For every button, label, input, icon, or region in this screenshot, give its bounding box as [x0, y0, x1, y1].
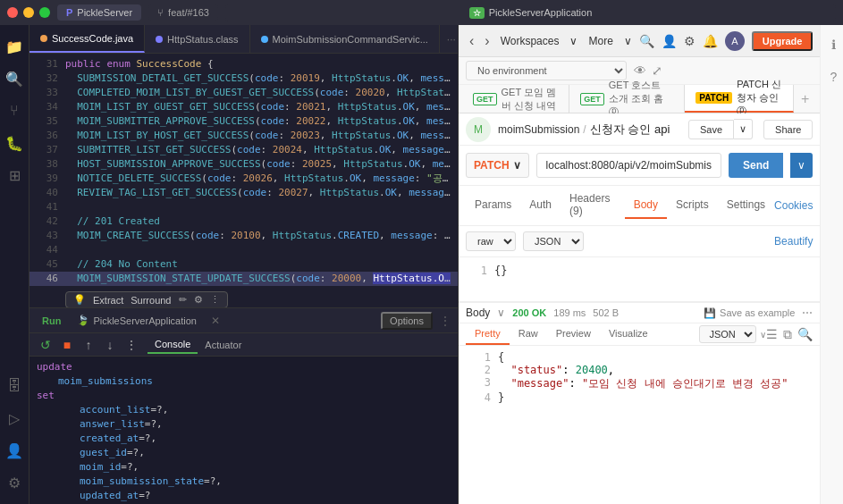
- pm-send-dropdown-btn[interactable]: ∨: [790, 153, 813, 178]
- code-line-42: 42 // 201 Created: [30, 214, 458, 229]
- pm-workspaces-label[interactable]: Workspaces: [497, 35, 563, 47]
- pm-resp-size: 502 B: [593, 307, 619, 318]
- pm-param-tab-auth[interactable]: Auth: [520, 192, 561, 219]
- pm-param-tab-headers[interactable]: Headers (9): [561, 186, 625, 225]
- pm-sidebar-info-icon[interactable]: ℹ: [821, 32, 843, 57]
- pm-resp-format-select[interactable]: JSON: [699, 325, 756, 343]
- pm-avatar-icon[interactable]: A: [725, 31, 745, 51]
- pm-save-button[interactable]: Save: [688, 120, 734, 139]
- pm-method-select[interactable]: PATCH ∨: [466, 153, 529, 178]
- pm-sidebar-question-icon[interactable]: ?: [821, 64, 843, 89]
- app-tab[interactable]: P PickleServer: [57, 4, 141, 21]
- pm-expand-icon[interactable]: ⤢: [652, 63, 662, 78]
- pm-more-dropdown-icon[interactable]: ∨: [620, 35, 636, 47]
- pm-copy-icon[interactable]: ⧉: [783, 327, 792, 342]
- pm-save-example-btn[interactable]: 💾 Save as example: [704, 307, 795, 319]
- sidebar-icon-person[interactable]: 👤: [0, 436, 29, 465]
- options-button[interactable]: Options: [381, 312, 433, 330]
- sidebar-icon-search[interactable]: 🔍: [0, 64, 29, 93]
- pm-body-editor[interactable]: 1 {}: [459, 257, 820, 302]
- pm-forward-btn[interactable]: ›: [481, 31, 493, 51]
- extract-tooltip[interactable]: 💡 Extract Surround ✏ ⚙ ⋮: [65, 291, 228, 307]
- console-tab-actuator[interactable]: Actuator: [198, 337, 249, 353]
- sidebar-icon-folder[interactable]: 📁: [0, 32, 29, 61]
- ide-tab-bar: SuccessCode.java HttpStatus.class MoimSu…: [30, 25, 458, 54]
- pm-req-tab-1[interactable]: GET GET 호스트 소개 조회 홈 ⓟ: [569, 85, 685, 113]
- sidebar-icon-extensions[interactable]: ⊞: [0, 161, 29, 189]
- pm-search-resp-icon[interactable]: 🔍: [797, 327, 813, 342]
- traffic-light-red[interactable]: [7, 7, 18, 18]
- restart-icon[interactable]: ↺: [37, 336, 55, 354]
- pm-bell-icon[interactable]: 🔔: [703, 34, 718, 48]
- stop-icon[interactable]: ■: [58, 336, 76, 354]
- pm-resp-tab-preview[interactable]: Preview: [547, 323, 600, 345]
- pm-json-select[interactable]: JSON: [523, 231, 584, 251]
- pm-nav: ‹ › Workspaces ∨ More ∨ 🔍 👤 ⚙ 🔔 A Upgrad…: [459, 25, 820, 57]
- pm-resp-tab-visualize[interactable]: Visualize: [600, 323, 657, 345]
- sidebar-icon-arrow[interactable]: ▷: [0, 404, 29, 433]
- pm-resp-more-icon[interactable]: ⋯: [802, 307, 813, 319]
- pm-back-btn[interactable]: ‹: [466, 31, 477, 51]
- pm-req-tab-label-0: GET 모임 멤버 신청 내역: [502, 86, 559, 113]
- settings-icon[interactable]: ⚙: [194, 294, 203, 306]
- pm-status-badge: 200 OK: [512, 307, 546, 318]
- code-line-31: 31 public enum SuccessCode {: [30, 57, 458, 71]
- pm-resp-format-group: JSON ∨: [699, 325, 766, 343]
- pm-param-tab-body[interactable]: Body: [625, 192, 667, 219]
- pm-raw-select[interactable]: raw: [466, 231, 516, 251]
- branch-tab[interactable]: ⑂ feat/#163: [148, 4, 218, 21]
- ide-tab-java[interactable]: SuccessCode.java: [30, 25, 145, 53]
- ide-tab-class[interactable]: HttpStatus.class: [145, 25, 249, 53]
- pm-add-tab-btn[interactable]: +: [794, 91, 816, 107]
- code-line-39: 39 NOTICE_DELETE_SUCCESS(code: 20026, Ht…: [30, 172, 458, 186]
- traffic-light-green[interactable]: [39, 7, 50, 18]
- pm-user-icon[interactable]: 👤: [662, 34, 677, 48]
- scroll-up-icon[interactable]: ↑: [80, 336, 97, 354]
- pm-beautify-btn[interactable]: Beautify: [774, 235, 813, 248]
- pm-url-input[interactable]: [536, 153, 722, 178]
- sidebar-icon-settings[interactable]: ⚙: [0, 468, 29, 497]
- pm-param-tab-params[interactable]: Params: [466, 192, 520, 219]
- scroll-down-icon[interactable]: ↓: [101, 336, 119, 354]
- ide-tab-service[interactable]: MoimSubmissionCommandServic...: [250, 25, 440, 53]
- pm-param-tab-scripts[interactable]: Scripts: [667, 192, 718, 219]
- more-controls-icon[interactable]: ⋮: [122, 336, 140, 354]
- pm-upgrade-btn[interactable]: Upgrade: [752, 31, 813, 51]
- console-tab-console[interactable]: Console: [148, 336, 198, 354]
- pm-resp-tab-raw[interactable]: Raw: [510, 323, 547, 345]
- pm-req-tab-2[interactable]: PATCH PATCH 신청자 승인 ⓟ: [685, 85, 794, 113]
- pm-send-button[interactable]: Send: [729, 153, 783, 178]
- pm-eye-icon[interactable]: 👁: [634, 63, 646, 78]
- pm-req-tab-0[interactable]: GET GET 모임 멤버 신청 내역: [462, 85, 569, 113]
- sidebar-icon-debug[interactable]: 🐛: [0, 129, 29, 157]
- pm-method-text: PATCH: [474, 159, 510, 172]
- pm-param-tab-settings[interactable]: Settings: [718, 192, 774, 219]
- pm-nav-right-icons: 🔍 👤 ⚙ 🔔 A Upgrade: [639, 31, 813, 51]
- more-menu-icon[interactable]: ⋮: [440, 315, 451, 327]
- pm-dropdown-icon[interactable]: ∨: [566, 35, 581, 47]
- ide-tab-class-label: HttpStatus.class: [167, 34, 238, 45]
- traffic-light-yellow[interactable]: [23, 7, 34, 18]
- edit-icon[interactable]: ✏: [179, 294, 187, 306]
- app-tab-label: PickleServer: [77, 7, 132, 18]
- pm-settings-icon[interactable]: ⚙: [684, 34, 695, 48]
- tab-more-btn[interactable]: ···: [440, 33, 458, 46]
- code-editor[interactable]: 31 public enum SuccessCode { 32 SUBMISSI…: [30, 54, 458, 307]
- pm-cookies-btn[interactable]: Cookies: [774, 193, 813, 218]
- bottom-close-icon[interactable]: ✕: [211, 315, 220, 327]
- sidebar-icon-database[interactable]: 🗄: [0, 372, 29, 400]
- pm-resp-dropdown-icon[interactable]: ∨: [497, 307, 505, 319]
- pm-save-dropdown-btn[interactable]: ∨: [734, 119, 753, 139]
- pm-resp-tab-pretty[interactable]: Pretty: [466, 323, 510, 345]
- more-icon[interactable]: ⋮: [210, 294, 220, 306]
- pm-env-select[interactable]: No environment: [466, 61, 627, 80]
- sidebar-icon-branch[interactable]: ⑂: [0, 97, 29, 125]
- pm-share-button[interactable]: Share: [763, 120, 813, 139]
- pm-resp-dropdown-icon2[interactable]: ∨: [760, 330, 766, 340]
- pm-filter-icon[interactable]: ☰: [766, 327, 778, 342]
- lightbulb-icon: 💡: [73, 294, 86, 306]
- code-line-43: 43 MOIM_CREATE_SUCCESS(code: 20100, Http…: [30, 229, 458, 243]
- pm-search-icon[interactable]: 🔍: [639, 34, 654, 48]
- pm-more-label[interactable]: More: [585, 35, 616, 47]
- branch-label: feat/#163: [168, 7, 209, 18]
